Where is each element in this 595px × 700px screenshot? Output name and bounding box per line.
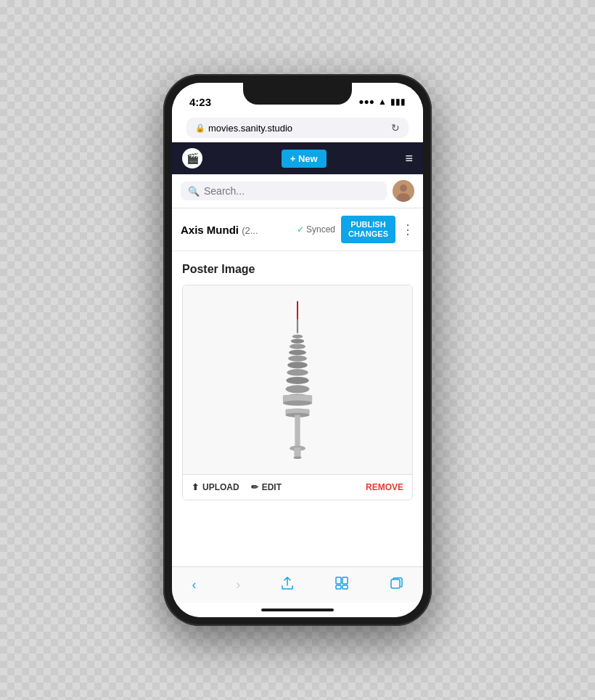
upload-button[interactable]: ⬆ UPLOAD (192, 482, 239, 492)
svg-point-16 (283, 401, 312, 406)
menu-icon[interactable]: ≡ (405, 151, 413, 166)
svg-rect-25 (342, 577, 348, 584)
reload-icon[interactable]: ↻ (391, 122, 400, 134)
phone-screen: 4:23 ●●● ▲ ▮▮▮ 🔒 movies.sanity.studio ↻ … (172, 83, 423, 617)
image-actions: ⬆ UPLOAD ✏ EDIT REMOVE (183, 474, 412, 500)
lock-icon: 🔒 (195, 123, 205, 133)
avatar (393, 180, 414, 202)
forward-button[interactable]: › (236, 577, 240, 593)
svg-rect-26 (336, 585, 341, 589)
svg-rect-22 (294, 448, 300, 458)
nav-logo[interactable]: 🎬 (182, 148, 202, 168)
search-icon: 🔍 (188, 186, 200, 197)
bottom-nav: ‹ › (172, 566, 423, 603)
sync-status-text: Synced (306, 224, 335, 235)
content-area: Poster Image (172, 251, 423, 566)
section-title: Poster Image (182, 263, 413, 276)
svg-point-12 (286, 377, 308, 384)
svg-point-23 (294, 457, 302, 460)
browser-bar[interactable]: 🔒 movies.sanity.studio ↻ (186, 118, 409, 138)
svg-point-9 (288, 356, 307, 362)
battery-icon: ▮▮▮ (390, 97, 406, 107)
doc-status: ✓ Synced (297, 224, 335, 235)
app-navbar: 🎬 + New ≡ (172, 142, 423, 174)
search-input[interactable] (204, 185, 379, 197)
svg-point-8 (289, 350, 306, 355)
svg-point-11 (287, 370, 308, 376)
svg-point-7 (290, 344, 305, 349)
svg-point-10 (287, 362, 308, 369)
svg-rect-20 (295, 415, 300, 449)
edit-button[interactable]: ✏ EDIT (251, 482, 282, 492)
status-time: 4:23 (189, 96, 211, 108)
svg-point-1 (400, 184, 407, 192)
wifi-icon: ▲ (378, 97, 387, 107)
search-bar: 🔍 (172, 174, 423, 208)
tower-image (268, 300, 327, 460)
home-indicator (172, 603, 423, 617)
image-container: ⬆ UPLOAD ✏ EDIT REMOVE (182, 285, 413, 500)
url-text: movies.sanity.studio (208, 123, 292, 134)
back-button[interactable]: ‹ (192, 577, 196, 593)
synced-check-icon: ✓ (297, 224, 304, 235)
status-icons: ●●● ▲ ▮▮▮ (358, 97, 406, 107)
edit-icon: ✏ (251, 482, 258, 492)
phone-shell: 4:23 ●●● ▲ ▮▮▮ 🔒 movies.sanity.studio ↻ … (163, 74, 432, 626)
svg-rect-28 (391, 579, 400, 588)
tabs-button[interactable] (389, 576, 403, 594)
phone-notch (243, 83, 352, 105)
new-button[interactable]: + New (282, 150, 327, 168)
svg-point-13 (286, 386, 310, 394)
svg-point-2 (397, 193, 410, 202)
signal-icon: ●●● (358, 97, 374, 107)
upload-icon: ⬆ (192, 482, 199, 492)
svg-rect-24 (336, 577, 341, 584)
search-input-wrap: 🔍 (181, 182, 387, 200)
logo-icon: 🎬 (186, 152, 199, 164)
doc-title: Axis Mundi (2... (181, 224, 291, 236)
browser-url: 🔒 movies.sanity.studio (195, 123, 292, 134)
share-button[interactable] (280, 576, 295, 594)
bookmarks-button[interactable] (335, 576, 349, 594)
svg-point-5 (292, 335, 303, 339)
publish-button[interactable]: PUBLISHCHANGES (341, 216, 395, 243)
home-bar (261, 609, 334, 611)
image-preview (183, 285, 412, 474)
svg-rect-27 (342, 585, 348, 589)
svg-point-6 (291, 339, 304, 343)
doc-header: Axis Mundi (2... ✓ Synced PUBLISHCHANGES… (172, 208, 423, 251)
more-options-icon[interactable]: ⋮ (401, 221, 414, 237)
remove-button[interactable]: REMOVE (366, 482, 403, 492)
